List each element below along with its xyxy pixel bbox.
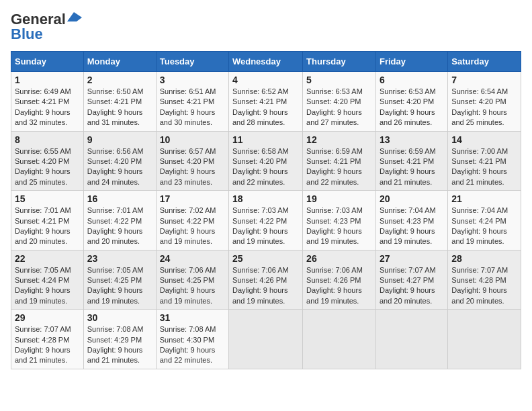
sunset-label: Sunset: 4:25 PM xyxy=(160,276,214,284)
daylight-label: Daylight: 9 hours and 19 minutes. xyxy=(87,286,143,304)
sunset-label: Sunset: 4:28 PM xyxy=(15,336,69,344)
daylight-label: Daylight: 9 hours and 31 minutes. xyxy=(87,108,143,126)
calendar-cell: 2 Sunrise: 6:50 AM Sunset: 4:21 PM Dayli… xyxy=(83,72,156,132)
daylight-label: Daylight: 9 hours and 19 minutes. xyxy=(306,286,362,304)
daylight-label: Daylight: 9 hours and 19 minutes. xyxy=(306,227,362,245)
day-info: Sunrise: 7:05 AM Sunset: 4:25 PM Dayligh… xyxy=(87,265,152,307)
col-header-saturday: Saturday xyxy=(448,52,521,72)
day-number: 31 xyxy=(160,312,225,323)
calendar-week-1: 1 Sunrise: 6:49 AM Sunset: 4:21 PM Dayli… xyxy=(11,72,521,132)
sunset-label: Sunset: 4:26 PM xyxy=(232,276,287,284)
sunset-label: Sunset: 4:20 PM xyxy=(451,97,506,105)
sunrise-label: Sunrise: 6:49 AM xyxy=(15,87,71,95)
calendar-cell: 31 Sunrise: 7:08 AM Sunset: 4:30 PM Dayl… xyxy=(156,310,228,369)
sunrise-label: Sunrise: 6:52 AM xyxy=(232,87,289,95)
day-info: Sunrise: 7:03 AM Sunset: 4:22 PM Dayligh… xyxy=(232,205,299,247)
calendar-week-4: 22 Sunrise: 7:05 AM Sunset: 4:24 PM Dayl… xyxy=(11,250,521,310)
day-info: Sunrise: 7:03 AM Sunset: 4:23 PM Dayligh… xyxy=(306,205,372,247)
sunset-label: Sunset: 4:21 PM xyxy=(15,97,69,105)
day-info: Sunrise: 6:56 AM Sunset: 4:20 PM Dayligh… xyxy=(87,146,152,188)
calendar-cell: 5 Sunrise: 6:53 AM Sunset: 4:20 PM Dayli… xyxy=(303,72,376,132)
day-number: 1 xyxy=(15,75,80,85)
day-info: Sunrise: 7:08 AM Sunset: 4:29 PM Dayligh… xyxy=(87,324,152,366)
calendar-cell: 19 Sunrise: 7:03 AM Sunset: 4:23 PM Dayl… xyxy=(303,191,376,250)
sunset-label: Sunset: 4:22 PM xyxy=(160,217,214,225)
col-header-friday: Friday xyxy=(375,52,447,72)
sunset-label: Sunset: 4:22 PM xyxy=(232,217,287,225)
day-number: 10 xyxy=(160,134,225,145)
calendar-week-2: 8 Sunrise: 6:55 AM Sunset: 4:20 PM Dayli… xyxy=(11,131,521,191)
calendar-cell: 18 Sunrise: 7:03 AM Sunset: 4:22 PM Dayl… xyxy=(228,191,302,250)
sunrise-label: Sunrise: 7:06 AM xyxy=(306,266,363,274)
sunrise-label: Sunrise: 7:02 AM xyxy=(160,206,216,214)
sunrise-label: Sunrise: 6:54 AM xyxy=(451,87,508,95)
daylight-label: Daylight: 9 hours and 21 minutes. xyxy=(451,167,507,185)
daylight-label: Daylight: 9 hours and 22 minutes. xyxy=(232,167,288,185)
sunset-label: Sunset: 4:21 PM xyxy=(306,157,361,165)
calendar-cell: 30 Sunrise: 7:08 AM Sunset: 4:29 PM Dayl… xyxy=(83,310,156,369)
day-number: 7 xyxy=(451,75,517,85)
sunset-label: Sunset: 4:20 PM xyxy=(306,97,361,105)
day-number: 17 xyxy=(160,193,225,204)
calendar-cell: 20 Sunrise: 7:04 AM Sunset: 4:23 PM Dayl… xyxy=(375,191,447,250)
daylight-label: Daylight: 9 hours and 21 minutes. xyxy=(380,167,435,185)
day-number: 2 xyxy=(87,75,152,85)
calendar-cell: 25 Sunrise: 7:06 AM Sunset: 4:26 PM Dayl… xyxy=(228,250,302,310)
day-info: Sunrise: 6:59 AM Sunset: 4:21 PM Dayligh… xyxy=(380,146,444,188)
sunset-label: Sunset: 4:22 PM xyxy=(87,217,142,225)
calendar-week-3: 15 Sunrise: 7:01 AM Sunset: 4:21 PM Dayl… xyxy=(11,191,521,250)
daylight-label: Daylight: 9 hours and 20 minutes. xyxy=(380,286,435,304)
calendar-cell: 8 Sunrise: 6:55 AM Sunset: 4:20 PM Dayli… xyxy=(11,131,84,191)
day-info: Sunrise: 6:54 AM Sunset: 4:20 PM Dayligh… xyxy=(451,87,517,128)
daylight-label: Daylight: 9 hours and 22 minutes. xyxy=(306,167,362,185)
logo: General Blue xyxy=(11,11,82,43)
logo-blue: Blue xyxy=(11,26,43,43)
day-number: 19 xyxy=(306,193,372,204)
day-info: Sunrise: 7:07 AM Sunset: 4:28 PM Dayligh… xyxy=(451,265,517,307)
daylight-label: Daylight: 9 hours and 25 minutes. xyxy=(451,108,507,126)
day-number: 21 xyxy=(451,193,517,204)
sunrise-label: Sunrise: 7:03 AM xyxy=(232,206,289,214)
sunrise-label: Sunrise: 7:08 AM xyxy=(87,325,144,333)
sunset-label: Sunset: 4:21 PM xyxy=(15,217,69,225)
day-number: 30 xyxy=(87,312,152,323)
sunset-label: Sunset: 4:20 PM xyxy=(380,97,434,105)
calendar-cell: 22 Sunrise: 7:05 AM Sunset: 4:24 PM Dayl… xyxy=(11,250,84,310)
sunset-label: Sunset: 4:29 PM xyxy=(87,336,142,344)
daylight-label: Daylight: 9 hours and 19 minutes. xyxy=(160,286,216,304)
sunset-label: Sunset: 4:21 PM xyxy=(160,97,214,105)
day-info: Sunrise: 6:55 AM Sunset: 4:20 PM Dayligh… xyxy=(15,146,80,188)
day-info: Sunrise: 7:08 AM Sunset: 4:30 PM Dayligh… xyxy=(160,324,225,366)
sunrise-label: Sunrise: 6:53 AM xyxy=(380,87,436,95)
sunrise-label: Sunrise: 7:06 AM xyxy=(232,266,289,274)
sunrise-label: Sunrise: 6:55 AM xyxy=(15,147,71,155)
day-info: Sunrise: 7:06 AM Sunset: 4:26 PM Dayligh… xyxy=(232,265,299,307)
sunrise-label: Sunrise: 7:05 AM xyxy=(87,266,144,274)
calendar-cell: 14 Sunrise: 7:00 AM Sunset: 4:21 PM Dayl… xyxy=(448,131,521,191)
day-info: Sunrise: 7:04 AM Sunset: 4:23 PM Dayligh… xyxy=(380,205,444,247)
calendar-cell: 4 Sunrise: 6:52 AM Sunset: 4:21 PM Dayli… xyxy=(228,72,302,132)
calendar-cell: 3 Sunrise: 6:51 AM Sunset: 4:21 PM Dayli… xyxy=(156,72,228,132)
calendar-cell: 26 Sunrise: 7:06 AM Sunset: 4:26 PM Dayl… xyxy=(303,250,376,310)
day-number: 25 xyxy=(232,253,299,264)
sunrise-label: Sunrise: 6:51 AM xyxy=(160,87,216,95)
sunrise-label: Sunrise: 6:56 AM xyxy=(87,147,144,155)
sunset-label: Sunset: 4:20 PM xyxy=(15,157,69,165)
daylight-label: Daylight: 9 hours and 19 minutes. xyxy=(380,227,435,245)
day-number: 6 xyxy=(380,75,444,85)
calendar-cell: 11 Sunrise: 6:58 AM Sunset: 4:20 PM Dayl… xyxy=(228,131,302,191)
day-info: Sunrise: 6:52 AM Sunset: 4:21 PM Dayligh… xyxy=(232,87,299,128)
page-header: General Blue xyxy=(11,11,521,43)
day-info: Sunrise: 6:57 AM Sunset: 4:20 PM Dayligh… xyxy=(160,146,225,188)
daylight-label: Daylight: 9 hours and 28 minutes. xyxy=(232,108,288,126)
daylight-label: Daylight: 9 hours and 20 minutes. xyxy=(87,227,143,245)
sunrise-label: Sunrise: 7:03 AM xyxy=(306,206,363,214)
sunrise-label: Sunrise: 6:57 AM xyxy=(160,147,216,155)
sunrise-label: Sunrise: 7:04 AM xyxy=(380,206,436,214)
col-header-tuesday: Tuesday xyxy=(156,52,228,72)
day-info: Sunrise: 7:06 AM Sunset: 4:26 PM Dayligh… xyxy=(306,265,372,307)
daylight-label: Daylight: 9 hours and 19 minutes. xyxy=(160,227,216,245)
day-number: 15 xyxy=(15,193,80,204)
daylight-label: Daylight: 9 hours and 19 minutes. xyxy=(232,286,288,304)
day-number: 18 xyxy=(232,193,299,204)
